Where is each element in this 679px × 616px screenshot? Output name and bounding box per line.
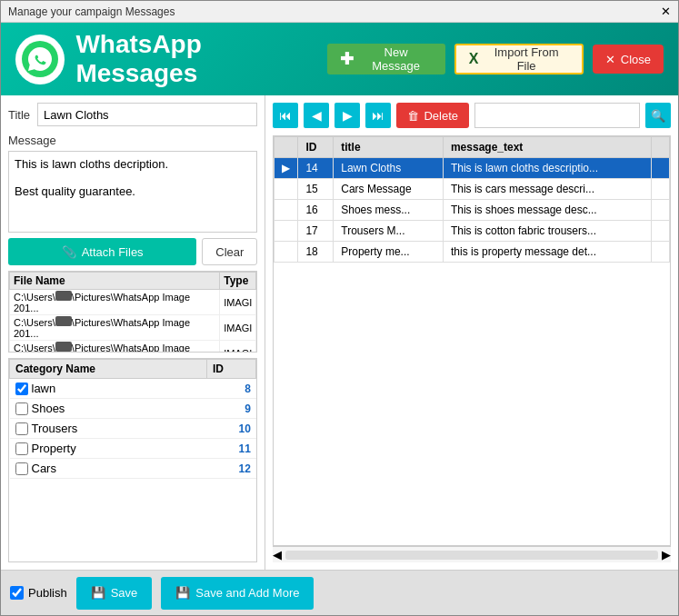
new-message-button[interactable]: ✚ New Message xyxy=(327,44,444,75)
list-item: lawn 8 xyxy=(10,379,256,399)
cat-id-cell: 9 xyxy=(206,399,255,419)
paperclip-icon: 📎 xyxy=(62,245,76,259)
cat-name: Trousers xyxy=(32,422,78,435)
row-id: 18 xyxy=(298,242,334,263)
search-icon: 🔍 xyxy=(651,109,665,123)
header-actions: WhatsApp Messages xyxy=(15,30,327,88)
file-name-cell: C:\Users\\Pictures\WhatsApp Image 201... xyxy=(10,290,220,315)
plus-icon: ✚ xyxy=(340,49,354,69)
row-title: Property me... xyxy=(334,242,444,263)
categories-table: Category Name ID lawn 8 Shoes 9 Trousers… xyxy=(8,358,257,562)
save-and-add-more-button[interactable]: 💾 Save and Add More xyxy=(161,577,314,610)
excel-icon: X xyxy=(469,51,479,67)
window-title: Manage your campaign Messages xyxy=(8,5,175,18)
file-type-cell: IMAGI xyxy=(220,341,256,353)
next-record-button[interactable]: ▶ xyxy=(335,103,360,128)
list-item: Cars 12 xyxy=(10,459,256,479)
table-row[interactable]: 16 Shoes mess... This is shoes message d… xyxy=(275,200,670,221)
left-panel: Title Message This is lawn cloths decrip… xyxy=(1,95,265,570)
attach-label: Attach Files xyxy=(82,245,144,259)
clear-label: Clear xyxy=(215,245,244,259)
row-message: This is cars message descri... xyxy=(443,179,651,200)
header-right: ✚ New Message X Import From File ✕ Close xyxy=(327,44,664,75)
table-row[interactable]: 15 Cars Message This is cars message des… xyxy=(275,179,670,200)
search-input[interactable] xyxy=(474,103,640,128)
window-controls: ✕ xyxy=(661,5,671,18)
row-arrow xyxy=(275,242,298,263)
whatsapp-icon xyxy=(15,35,65,84)
attach-files-button[interactable]: 📎 Attach Files xyxy=(8,238,196,265)
message-textarea[interactable]: This is lawn cloths decription. Best qua… xyxy=(8,151,257,233)
delete-button[interactable]: 🗑 Delete xyxy=(396,103,469,128)
last-record-button[interactable]: ⏭ xyxy=(365,103,391,128)
cat-name: lawn xyxy=(32,382,56,395)
close-x-icon: ✕ xyxy=(605,53,615,66)
cat-id-cell: 11 xyxy=(206,439,255,459)
cat-id-cell: 12 xyxy=(206,459,255,479)
cat-checkbox[interactable] xyxy=(15,422,28,435)
cat-name-cell: Property xyxy=(10,439,207,459)
file-type-cell: IMAGI xyxy=(220,315,256,341)
row-title: Lawn Cloths xyxy=(334,158,444,179)
row-extra xyxy=(652,221,670,242)
clear-button[interactable]: Clear xyxy=(202,238,257,265)
prev-record-button[interactable]: ◀ xyxy=(304,103,329,128)
cat-checkbox[interactable] xyxy=(15,442,28,455)
cat-name-cell: Cars xyxy=(10,459,207,479)
title-input[interactable] xyxy=(37,103,257,126)
list-item: Property 11 xyxy=(10,439,256,459)
right-toolbar: ⏮ ◀ ▶ ⏭ 🗑 Delete 🔍 xyxy=(273,103,671,128)
trash-icon: 🗑 xyxy=(407,109,419,123)
horizontal-scrollbar[interactable]: ◀ ▶ xyxy=(273,546,671,562)
scroll-right-icon[interactable]: ▶ xyxy=(662,548,671,561)
row-extra xyxy=(652,158,670,179)
delete-label: Delete xyxy=(424,109,458,123)
first-record-button[interactable]: ⏮ xyxy=(273,103,298,128)
cat-name-col-header: Category Name xyxy=(10,360,207,379)
cat-id-cell: 8 xyxy=(206,379,255,399)
table-row[interactable]: 18 Property me... this is property messa… xyxy=(275,242,670,263)
main-window: Manage your campaign Messages ✕ WhatsApp… xyxy=(0,0,679,616)
table-row[interactable]: 17 Trousers M... This is cotton fabric t… xyxy=(275,221,670,242)
cat-checkbox[interactable] xyxy=(15,402,28,415)
file-name-cell: C:\Users\\Pictures\WhatsApp Image 201... xyxy=(10,341,220,353)
publish-checkbox[interactable] xyxy=(10,586,24,600)
file-name-col-header: File Name xyxy=(10,273,220,290)
col-extra xyxy=(652,137,670,158)
cat-checkbox[interactable] xyxy=(15,383,28,395)
main-content: Title Message This is lawn cloths decrip… xyxy=(1,95,678,570)
publish-checkbox-label[interactable]: Publish xyxy=(10,586,67,600)
row-message: This is shoes message desc... xyxy=(443,200,651,221)
close-label: Close xyxy=(621,53,651,66)
import-from-file-button[interactable]: X Import From File xyxy=(454,44,584,75)
search-button[interactable]: 🔍 xyxy=(645,103,671,128)
row-arrow xyxy=(275,221,298,242)
messages-table-wrap: ID title message_text ▶ 14 Lawn Cloths T… xyxy=(273,135,671,546)
row-title: Cars Message xyxy=(334,179,444,200)
cat-id-cell: 10 xyxy=(206,419,255,439)
save-button[interactable]: 💾 Save xyxy=(76,577,153,610)
list-item: Trousers 10 xyxy=(10,419,256,439)
row-arrow: ▶ xyxy=(275,158,298,179)
col-title: title xyxy=(334,137,444,158)
files-table: File Name Type C:\Users\\Pictures\WhatsA… xyxy=(8,271,257,353)
close-button[interactable]: ✕ Close xyxy=(593,45,664,74)
file-type-col-header: Type xyxy=(220,273,256,290)
row-message: This is lawn cloths descriptio... xyxy=(443,158,651,179)
scroll-left-icon[interactable]: ◀ xyxy=(273,548,282,561)
cat-name-cell: Shoes xyxy=(10,399,207,419)
col-id: ID xyxy=(298,137,334,158)
row-id: 16 xyxy=(298,200,334,221)
app-title: WhatsApp Messages xyxy=(75,30,327,88)
publish-label: Publish xyxy=(28,586,67,600)
save-add-label: Save and Add More xyxy=(195,586,299,600)
cat-id-col-header: ID xyxy=(206,360,255,379)
cat-name: Property xyxy=(32,442,76,455)
table-row[interactable]: ▶ 14 Lawn Cloths This is lawn cloths des… xyxy=(275,158,670,179)
title-bar: Manage your campaign Messages ✕ xyxy=(1,1,678,23)
bottom-bar: Publish 💾 Save 💾 Save and Add More xyxy=(1,570,678,615)
new-message-label: New Message xyxy=(359,45,432,73)
cat-checkbox[interactable] xyxy=(15,462,28,475)
app-header: WhatsApp Messages ✚ New Message X Import… xyxy=(1,23,678,95)
save-label: Save xyxy=(111,586,138,600)
